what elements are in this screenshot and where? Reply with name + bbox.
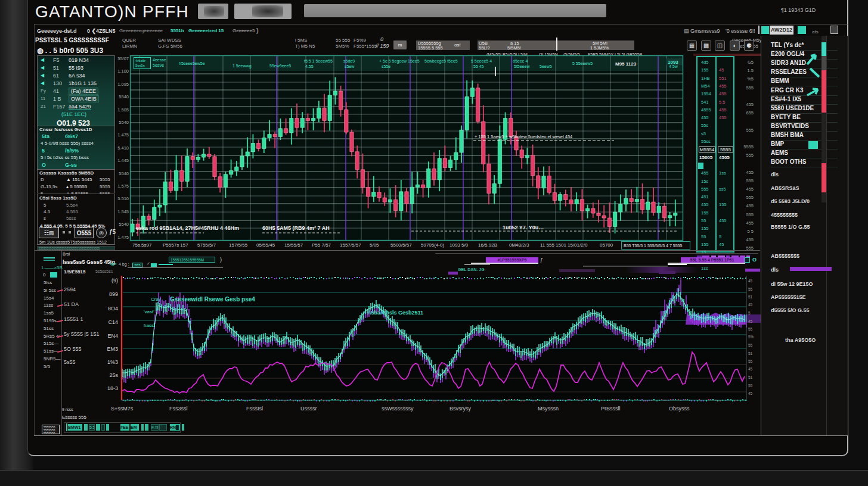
svg-text:hass: hass <box>144 323 154 328</box>
svg-text:'vast': 'vast' <box>144 309 154 314</box>
svg-text:A5ba/Ghsls Gesb2511: A5ba/Ghsls Gesb2511 <box>367 310 423 316</box>
svg-text:Gseseew/dl Rsewe Gesb pse4: Gseseew/dl Rsewe Gesb pse4 <box>170 296 255 303</box>
svg-text:Cray: Cray <box>151 297 161 302</box>
